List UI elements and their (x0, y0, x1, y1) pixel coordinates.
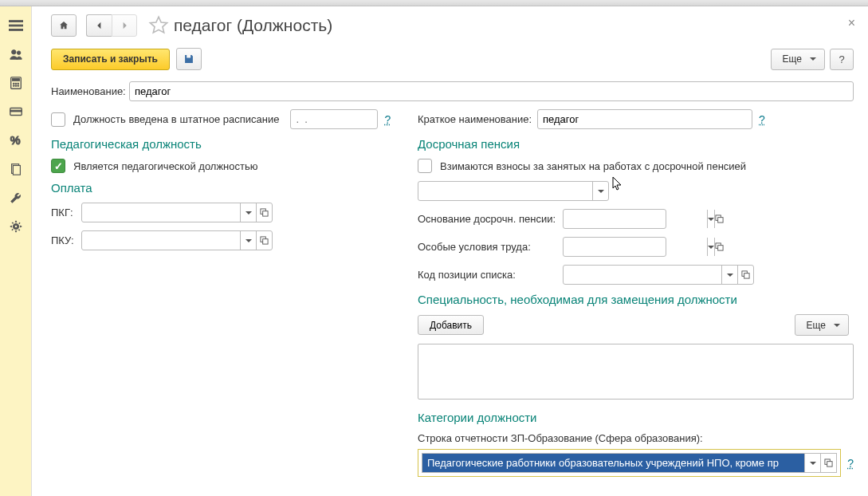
is-ped-label: Является педагогической должностью (73, 160, 258, 172)
staffing-label: Должность введена в штатное расписание (73, 113, 279, 125)
svg-rect-1 (9, 25, 23, 26)
gear-icon[interactable] (5, 215, 27, 238)
svg-point-7 (13, 83, 14, 85)
is-ped-checkbox[interactable] (51, 159, 65, 173)
svg-point-8 (15, 83, 17, 85)
help-button[interactable]: ? (830, 49, 854, 70)
spec-section-header: Специальность, необходимая для замещения… (418, 293, 854, 306)
pku-label: ПКУ: (51, 234, 81, 246)
cat-section-header: Категории должности (418, 411, 854, 424)
short-name-input[interactable] (537, 109, 752, 129)
zp-help-icon[interactable]: ? (847, 457, 854, 470)
svg-rect-2 (9, 30, 23, 31)
pension-combo[interactable] (418, 181, 609, 201)
svg-point-12 (17, 85, 18, 87)
zp-highlight-wrap (418, 449, 841, 477)
percent-icon[interactable]: % (5, 129, 27, 152)
svg-rect-17 (13, 166, 20, 175)
zp-dropdown-button[interactable] (804, 454, 820, 472)
zp-label: Строка отчетности ЗП-Образование (Сфера … (418, 432, 854, 444)
svg-rect-27 (744, 274, 749, 278)
users-icon[interactable] (5, 43, 27, 65)
zp-combo[interactable] (422, 453, 837, 473)
short-name-help-icon[interactable]: ? (759, 113, 765, 126)
svg-rect-0 (9, 21, 23, 22)
favorite-star-icon[interactable] (148, 15, 169, 36)
svg-text:%: % (10, 134, 20, 147)
back-button[interactable] (86, 14, 112, 37)
ped-section-header: Педагогическая должность (51, 137, 418, 151)
cursor-icon (612, 176, 625, 192)
pension-basis-combo[interactable] (563, 209, 666, 229)
svg-point-11 (15, 85, 17, 87)
code-combo[interactable] (563, 265, 754, 285)
pku-open-button[interactable] (256, 231, 272, 250)
pension-input[interactable] (418, 182, 592, 200)
svg-point-9 (17, 83, 18, 85)
pku-combo[interactable] (81, 230, 273, 250)
pension-basis-label: Основание досрочн. пенсии: (418, 213, 563, 225)
staffing-checkbox[interactable] (51, 112, 65, 127)
staffing-date-input[interactable] (290, 109, 378, 129)
page-title: педагог (Должность) (174, 16, 332, 35)
spec-listbox[interactable] (418, 344, 854, 400)
svg-point-3 (11, 50, 15, 54)
pension-dropdown-button[interactable] (592, 182, 608, 200)
pkg-combo[interactable] (81, 203, 273, 222)
svg-rect-19 (263, 211, 268, 216)
pension-fee-checkbox[interactable] (418, 159, 432, 173)
svg-rect-23 (718, 218, 723, 222)
name-label: Наименование: (51, 85, 129, 97)
svg-point-10 (13, 85, 14, 87)
staffing-help-icon[interactable]: ? (384, 113, 391, 126)
save-button[interactable] (176, 48, 202, 70)
wrench-icon[interactable] (5, 187, 27, 209)
save-close-button[interactable]: Записать и закрыть (51, 49, 170, 70)
spec-more-button[interactable]: Еще (795, 314, 849, 336)
card-icon[interactable] (5, 100, 27, 123)
pension-section-header: Досрочная пенсия (418, 137, 854, 151)
pkg-input[interactable] (82, 203, 240, 222)
forward-button[interactable] (112, 14, 137, 37)
name-input[interactable] (129, 81, 854, 101)
pkg-label: ПКГ: (51, 207, 81, 218)
pay-section-header: Оплата (51, 181, 418, 195)
more-button[interactable]: Еще (771, 49, 825, 70)
left-sidebar: % (0, 6, 32, 496)
pku-dropdown-button[interactable] (240, 231, 256, 250)
svg-rect-6 (12, 79, 19, 81)
conditions-label: Особые условия труда: (418, 241, 563, 253)
calculator-icon[interactable] (5, 72, 27, 94)
zp-input[interactable] (422, 454, 804, 472)
svg-rect-21 (263, 239, 268, 244)
home-button[interactable] (51, 14, 77, 37)
code-label: Код позиции списка: (418, 269, 563, 281)
menu-icon[interactable] (5, 14, 27, 37)
conditions-combo[interactable] (563, 237, 666, 257)
svg-rect-14 (10, 110, 21, 112)
pension-fee-label: Взимаются взносы за занятых на работах с… (440, 160, 746, 172)
svg-rect-25 (718, 246, 723, 250)
svg-point-4 (17, 51, 21, 54)
short-name-label: Краткое наименование: (418, 113, 537, 125)
pkg-dropdown-button[interactable] (240, 203, 256, 222)
add-button[interactable]: Добавить (418, 315, 484, 335)
close-icon[interactable]: × (848, 16, 855, 30)
pku-input[interactable] (82, 231, 240, 250)
pkg-open-button[interactable] (256, 203, 272, 222)
documents-icon[interactable] (5, 158, 27, 180)
svg-rect-29 (827, 462, 832, 466)
zp-open-button[interactable] (820, 454, 836, 472)
